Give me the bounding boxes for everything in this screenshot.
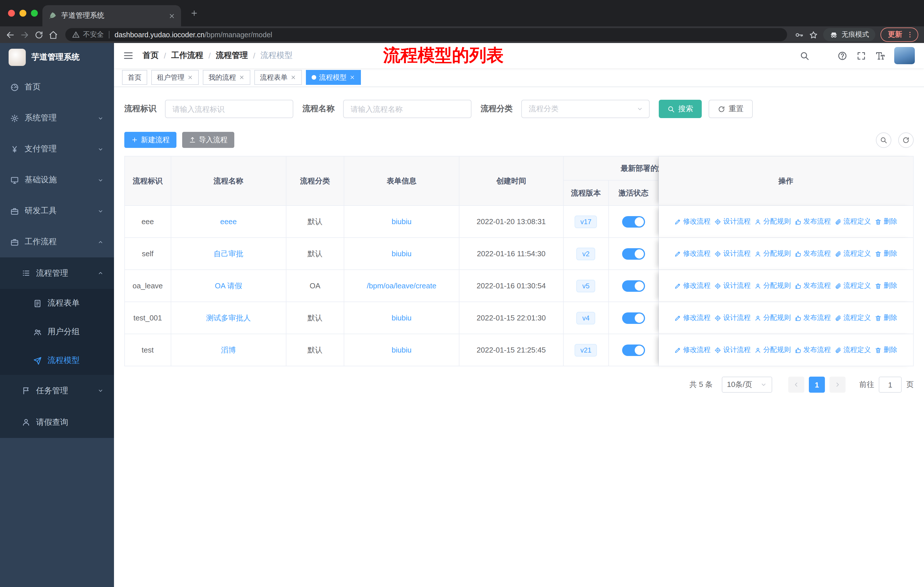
process-name-input[interactable] <box>343 100 472 118</box>
back-icon[interactable] <box>6 30 15 39</box>
col-header-process-key[interactable]: 流程标识 <box>125 157 171 206</box>
address-bar[interactable]: 不安全 dashboard.yudao.iocoder.cn/bpm/manag… <box>65 28 787 41</box>
action-delete[interactable]: 删除 <box>875 313 898 323</box>
sidebar-item-payment[interactable]: 支付管理 <box>0 134 114 165</box>
action-process-definition[interactable]: 流程定义 <box>835 313 871 323</box>
password-key-icon[interactable] <box>795 30 804 39</box>
sidebar-item-workflow[interactable]: 工作流程 <box>0 227 114 257</box>
process-key-input[interactable] <box>165 100 293 118</box>
sidebar-item-process-mgmt[interactable]: 流程管理 <box>0 257 114 289</box>
window-minimize-button[interactable] <box>20 10 26 17</box>
show-search-button[interactable] <box>876 132 891 147</box>
col-header-category[interactable]: 流程分类 <box>286 157 344 206</box>
breadcrumb-process-mgmt[interactable]: 流程管理 <box>216 50 248 61</box>
action-delete[interactable]: 删除 <box>875 217 898 227</box>
search-button[interactable]: 搜索 <box>659 100 702 118</box>
action-publish-process[interactable]: 发布流程 <box>795 281 831 291</box>
action-modify-process[interactable]: 修改流程 <box>675 217 711 227</box>
form-info-link[interactable]: /bpm/oa/leave/create <box>367 281 437 290</box>
window-close-button[interactable] <box>8 10 15 17</box>
tag-my-process[interactable]: 我的流程 <box>203 70 250 85</box>
action-design-process[interactable]: 设计流程 <box>714 345 751 355</box>
sidebar-item-infrastructure[interactable]: 基础设施 <box>0 165 114 195</box>
category-select[interactable]: 流程分类 <box>521 100 650 118</box>
create-process-button[interactable]: 新建流程 <box>124 132 177 148</box>
bookmark-star-icon[interactable] <box>809 30 818 39</box>
tag-close-icon[interactable] <box>239 74 244 80</box>
font-size-icon[interactable] <box>875 51 885 61</box>
col-header-process-name[interactable]: 流程名称 <box>171 157 286 206</box>
browser-home-icon[interactable] <box>49 30 58 39</box>
prev-page-button[interactable] <box>788 377 804 393</box>
form-info-link[interactable]: biubiu <box>391 346 411 354</box>
fullscreen-icon[interactable] <box>856 51 866 61</box>
action-delete[interactable]: 删除 <box>875 281 898 291</box>
search-icon[interactable] <box>800 51 809 61</box>
process-name-link[interactable]: 滔博 <box>221 346 236 354</box>
col-header-form-info[interactable]: 表单信息 <box>344 157 460 206</box>
sidebar-item-process-model[interactable]: 流程模型 <box>0 346 114 375</box>
sidebar-collapse-icon[interactable] <box>123 50 134 61</box>
new-tab-button[interactable] <box>190 9 198 17</box>
action-process-definition[interactable]: 流程定义 <box>835 249 871 258</box>
action-process-definition[interactable]: 流程定义 <box>835 281 871 291</box>
action-assign-rules[interactable]: 分配规则 <box>755 313 791 323</box>
col-header-active-status[interactable]: 激活状态 <box>609 180 658 206</box>
app-logo[interactable]: 芋道管理系统 <box>0 43 114 72</box>
tag-home[interactable]: 首页 <box>122 70 147 85</box>
form-info-link[interactable]: biubiu <box>391 217 411 226</box>
tab-close-icon[interactable] <box>168 12 175 19</box>
action-publish-process[interactable]: 发布流程 <box>795 313 831 323</box>
sidebar-item-leave-query[interactable]: 请假查询 <box>0 407 114 438</box>
action-assign-rules[interactable]: 分配规则 <box>755 281 791 291</box>
action-design-process[interactable]: 设计流程 <box>714 281 751 291</box>
refresh-table-button[interactable] <box>898 132 914 147</box>
user-avatar[interactable] <box>894 47 915 64</box>
form-info-link[interactable]: biubiu <box>391 250 411 258</box>
browser-menu-icon[interactable] <box>906 31 914 38</box>
version-badge[interactable]: v21 <box>574 344 597 356</box>
security-label[interactable]: 不安全 <box>83 30 104 40</box>
form-info-link[interactable]: biubiu <box>391 314 411 322</box>
process-name-link[interactable]: eeee <box>220 217 237 226</box>
action-publish-process[interactable]: 发布流程 <box>795 249 831 258</box>
active-toggle[interactable] <box>622 248 645 260</box>
action-publish-process[interactable]: 发布流程 <box>795 217 831 227</box>
action-modify-process[interactable]: 修改流程 <box>675 345 711 355</box>
version-badge[interactable]: v2 <box>577 247 595 260</box>
tag-process-form[interactable]: 流程表单 <box>254 70 302 85</box>
col-header-version[interactable]: 流程版本 <box>563 180 609 206</box>
tag-process-model[interactable]: 流程模型 <box>306 70 361 85</box>
action-delete[interactable]: 删除 <box>875 249 898 258</box>
update-button[interactable]: 更新 <box>881 28 918 42</box>
sidebar-item-system[interactable]: 系统管理 <box>0 103 114 134</box>
action-design-process[interactable]: 设计流程 <box>714 217 751 227</box>
action-process-definition[interactable]: 流程定义 <box>835 345 871 355</box>
sidebar-item-process-form[interactable]: 流程表单 <box>0 289 114 317</box>
reload-icon[interactable] <box>35 30 43 39</box>
sidebar-item-home[interactable]: 首页 <box>0 72 114 103</box>
sidebar-item-devtools[interactable]: 研发工具 <box>0 195 114 227</box>
help-icon[interactable] <box>838 51 847 61</box>
process-name-link[interactable]: 自己审批 <box>214 249 243 258</box>
action-publish-process[interactable]: 发布流程 <box>795 345 831 355</box>
process-name-link[interactable]: 测试多审批人 <box>206 313 251 322</box>
active-toggle[interactable] <box>622 312 645 324</box>
github-icon[interactable] <box>818 51 828 61</box>
active-toggle[interactable] <box>622 344 645 356</box>
browser-tab[interactable]: 芋道管理系统 <box>42 5 181 26</box>
action-assign-rules[interactable]: 分配规则 <box>755 217 791 227</box>
action-delete[interactable]: 删除 <box>875 345 898 355</box>
page-number-1[interactable]: 1 <box>809 377 825 393</box>
action-modify-process[interactable]: 修改流程 <box>675 249 711 258</box>
tag-close-icon[interactable] <box>187 74 193 80</box>
tag-close-icon[interactable] <box>350 74 355 80</box>
breadcrumb-workflow[interactable]: 工作流程 <box>171 50 203 61</box>
action-modify-process[interactable]: 修改流程 <box>675 281 711 291</box>
action-design-process[interactable]: 设计流程 <box>714 249 751 258</box>
action-assign-rules[interactable]: 分配规则 <box>755 345 791 355</box>
version-badge[interactable]: v5 <box>577 279 595 292</box>
active-toggle[interactable] <box>622 280 645 291</box>
sidebar-item-user-group[interactable]: 用户分组 <box>0 317 114 346</box>
import-process-button[interactable]: 导入流程 <box>182 132 234 148</box>
